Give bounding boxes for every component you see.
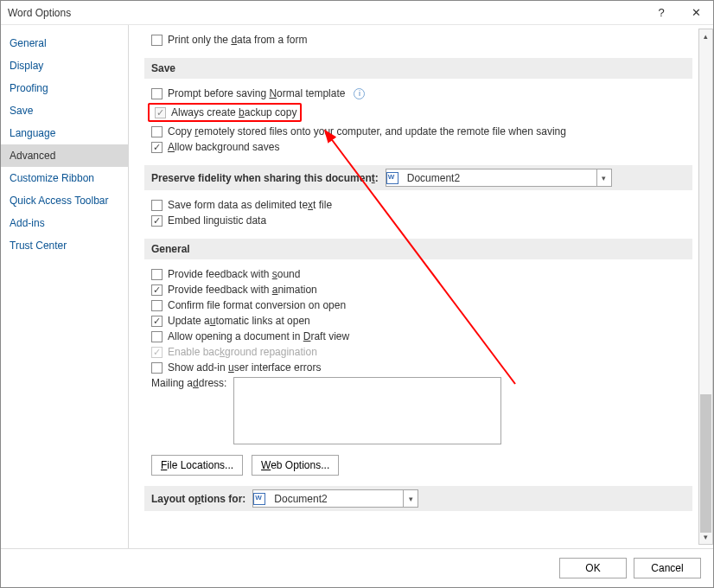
chevron-down-icon: ▾ — [596, 169, 611, 186]
prompt-normal-label: Prompt before saving Normal template — [168, 87, 345, 99]
section-save: Save — [144, 58, 692, 79]
content-fade — [129, 538, 698, 548]
backup-copy-label: Always create backup copy — [171, 106, 296, 118]
content-panel: Print only the data from a form Save Pro… — [129, 25, 713, 548]
layout-options-label: Layout options for: — [151, 493, 245, 505]
copy-remote-label: Copy remotely stored files onto your com… — [168, 125, 566, 137]
enable-repag-row: Enable background repagination — [144, 344, 692, 360]
titlebar: Word Options ? ✕ — [1, 1, 713, 25]
cancel-button[interactable]: Cancel — [634, 558, 701, 578]
scroll-down-button[interactable]: ▾ — [699, 530, 712, 544]
preserve-fidelity-label: Preserve fidelity when sharing this docu… — [151, 172, 379, 184]
scroll-thumb[interactable] — [700, 394, 711, 533]
sidebar-item-proofing[interactable]: Proofing — [1, 77, 128, 99]
feedback-anim-checkbox[interactable] — [151, 284, 163, 296]
sidebar-item-trust-center[interactable]: Trust Center — [1, 234, 128, 257]
draft-view-row: Allow opening a document in Draft view — [144, 329, 692, 344]
save-delimited-checkbox[interactable] — [151, 200, 163, 211]
options-scroll-area: Print only the data from a form Save Pro… — [139, 25, 698, 548]
dialog-title: Word Options — [8, 7, 644, 19]
addin-errors-row: Show add-in user interface errors — [144, 360, 692, 375]
file-locations-button[interactable]: File Locations... — [151, 455, 243, 476]
feedback-sound-checkbox[interactable] — [151, 269, 163, 280]
update-links-checkbox[interactable] — [151, 316, 163, 327]
dialog-footer: OK Cancel — [1, 548, 713, 587]
close-button[interactable]: ✕ — [679, 1, 713, 25]
word-doc-icon — [253, 493, 265, 505]
print-only-data-label: Print only the data from a form — [168, 34, 307, 46]
embed-linguistic-row: Embed linguistic data — [144, 213, 692, 228]
confirm-conv-row: Confirm file format conversion on open — [144, 297, 692, 313]
confirm-conv-checkbox[interactable] — [151, 300, 163, 311]
mailing-address-row: Mailing address: — [144, 375, 692, 446]
ok-button[interactable]: OK — [559, 558, 627, 578]
preserve-doc-value: Document2 — [402, 172, 465, 184]
save-delimited-label: Save form data as delimited text file — [168, 199, 332, 211]
sidebar-item-general[interactable]: General — [1, 32, 128, 54]
sidebar-item-save[interactable]: Save — [1, 99, 128, 122]
sidebar-item-language[interactable]: Language — [1, 122, 128, 144]
section-general: General — [144, 239, 692, 259]
mailing-address-input[interactable] — [233, 377, 501, 444]
bg-saves-label: Allow background saves — [168, 141, 279, 153]
bg-saves-checkbox[interactable] — [151, 142, 163, 153]
draft-view-label: Allow opening a document in Draft view — [168, 330, 349, 342]
word-options-dialog: Word Options ? ✕ General Display Proofin… — [0, 0, 714, 588]
draft-view-checkbox[interactable] — [151, 331, 163, 342]
feedback-anim-row: Provide feedback with animation — [144, 282, 692, 297]
backup-copy-checkbox[interactable] — [155, 107, 166, 118]
help-button[interactable]: ? — [644, 1, 679, 25]
layout-doc-dropdown[interactable]: Document2 ▾ — [252, 489, 418, 508]
copy-remote-row: Copy remotely stored files onto your com… — [144, 124, 692, 139]
feedback-anim-label: Provide feedback with animation — [168, 284, 317, 296]
sidebar-item-display[interactable]: Display — [1, 54, 128, 77]
embed-linguistic-label: Embed linguistic data — [168, 214, 266, 227]
vertical-scrollbar[interactable]: ▴ ▾ — [698, 29, 713, 545]
scroll-up-button[interactable]: ▴ — [699, 29, 712, 43]
embed-linguistic-checkbox[interactable] — [151, 215, 163, 227]
sidebar-item-advanced[interactable]: Advanced — [1, 144, 128, 167]
sidebar-item-addins[interactable]: Add-ins — [1, 212, 128, 234]
dialog-body: General Display Proofing Save Language A… — [1, 25, 713, 548]
save-delimited-row: Save form data as delimited text file — [144, 197, 692, 213]
word-doc-icon — [386, 172, 398, 184]
prompt-normal-row: Prompt before saving Normal template i — [144, 86, 692, 101]
feedback-sound-row: Provide feedback with sound — [144, 266, 692, 282]
update-links-row: Update automatic links at open — [144, 313, 692, 329]
print-only-data-row: Print only the data from a form — [144, 32, 692, 48]
sidebar-item-customize-ribbon[interactable]: Customize Ribbon — [1, 167, 128, 189]
mailing-address-label: Mailing address: — [151, 377, 226, 389]
addin-errors-label: Show add-in user interface errors — [168, 361, 321, 374]
print-only-data-checkbox[interactable] — [151, 35, 163, 46]
category-sidebar: General Display Proofing Save Language A… — [1, 25, 129, 548]
chevron-down-icon: ▾ — [403, 490, 418, 507]
section-layout-options: Layout options for: Document2 ▾ — [144, 486, 692, 511]
web-options-button[interactable]: Web Options... — [252, 455, 339, 476]
feedback-sound-label: Provide feedback with sound — [168, 268, 300, 280]
section-preserve-fidelity: Preserve fidelity when sharing this docu… — [144, 165, 692, 190]
addin-errors-checkbox[interactable] — [151, 362, 163, 374]
update-links-label: Update automatic links at open — [168, 315, 310, 327]
backup-copy-highlight: Always create backup copy — [148, 103, 302, 122]
copy-remote-checkbox[interactable] — [151, 126, 163, 137]
layout-doc-value: Document2 — [269, 493, 332, 505]
enable-repag-label: Enable background repagination — [168, 346, 317, 358]
info-icon[interactable]: i — [354, 88, 365, 99]
sidebar-item-quick-access-toolbar[interactable]: Quick Access Toolbar — [1, 189, 128, 212]
bg-saves-row: Allow background saves — [144, 139, 692, 155]
backup-copy-row: Always create backup copy — [144, 101, 692, 124]
prompt-normal-checkbox[interactable] — [151, 88, 163, 99]
enable-repag-checkbox — [151, 347, 163, 358]
general-buttons-row: File Locations... Web Options... — [144, 446, 692, 476]
preserve-doc-dropdown[interactable]: Document2 ▾ — [386, 169, 612, 187]
confirm-conv-label: Confirm file format conversion on open — [168, 299, 346, 311]
